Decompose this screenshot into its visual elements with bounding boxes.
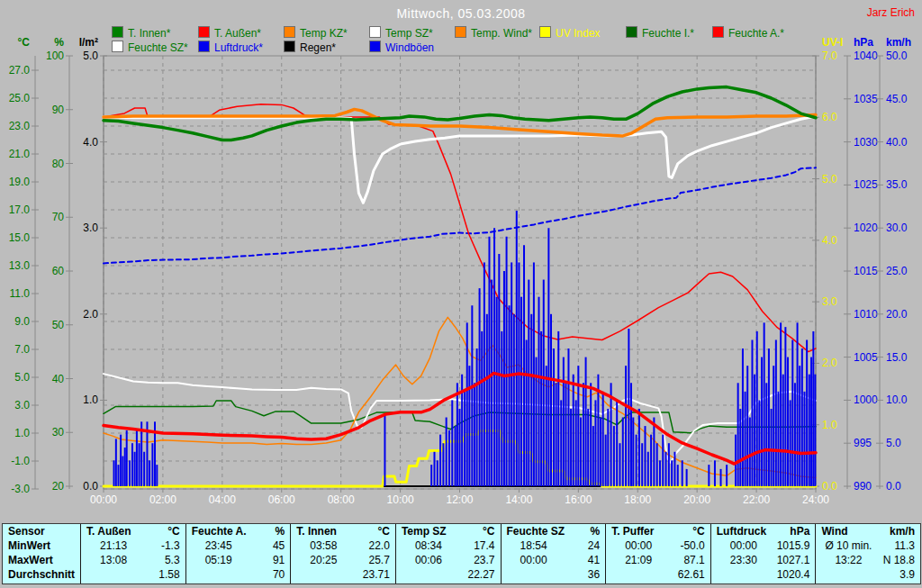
legend-item-temp-wind: Temp. Wind* bbox=[455, 26, 532, 39]
uv-tick-label: 6.0 bbox=[822, 111, 837, 123]
kmh-tick-label: 5.0 bbox=[886, 437, 901, 449]
table-cell-row: Ø 10 min.11.3 bbox=[816, 538, 920, 553]
table-cell-row: 00:0623.7 bbox=[396, 553, 501, 567]
legend-swatch-icon bbox=[539, 26, 551, 38]
hpa-tick-label: 1015 bbox=[854, 265, 878, 277]
pct-axis-unit: % bbox=[54, 36, 64, 49]
lm2-axis-unit: l/m² bbox=[79, 36, 98, 49]
hpa-tick-label: 1030 bbox=[854, 136, 878, 149]
table-cell-row: 1020.4 bbox=[711, 567, 816, 582]
legend-item-feuchte-sz: Feuchte SZ* bbox=[112, 41, 188, 53]
hpa-axis-unit: hPa bbox=[854, 36, 873, 49]
hpa-tick-label: 1000 bbox=[854, 394, 878, 406]
kmh-tick-label: 25.0 bbox=[886, 265, 908, 277]
legend-item-feuchte-a: Feuchte A.* bbox=[712, 26, 784, 39]
table-cell-row: 00:0041 bbox=[502, 553, 606, 567]
time-tick-label: 06:00 bbox=[268, 493, 295, 506]
hpa-tick-label: 1010 bbox=[854, 308, 878, 321]
hpa-tick-label: 1025 bbox=[854, 178, 878, 191]
table-sensor-column-t-au-en: T. Außen°C21:13-1.313:085.31.58 bbox=[80, 524, 185, 583]
kmh-tick-label: 30.0 bbox=[886, 222, 908, 234]
hpa-tick-label: 1005 bbox=[854, 351, 878, 364]
time-tick-label: 10:00 bbox=[387, 493, 414, 506]
table-cell-row: 1.58 bbox=[81, 567, 185, 582]
stats-table: SensorMinWertMaxWertDurchschnittT. Außen… bbox=[2, 523, 921, 584]
c-tick-label: 7.0 bbox=[14, 343, 30, 356]
table-cell-row: T. Puffer°C bbox=[606, 524, 710, 538]
hpa-tick-label: 1040 bbox=[854, 50, 878, 62]
kmh-tick-label: 20.0 bbox=[886, 308, 908, 321]
time-tick-label: 14:00 bbox=[505, 493, 532, 506]
c-tick-label: 23.0 bbox=[9, 120, 31, 132]
lm2-tick-label: 4.0 bbox=[83, 136, 98, 149]
c-tick-label: 13.0 bbox=[9, 259, 31, 272]
table-cell-row: 00:001015.9 bbox=[711, 538, 816, 553]
legend-item-luftdruck: Luftdruck* bbox=[198, 41, 263, 53]
legend-label: Feuchte A.* bbox=[728, 27, 784, 40]
lm2-tick-label: 5.0 bbox=[83, 50, 98, 62]
pct-tick-label: 60 bbox=[52, 265, 65, 277]
weather-chart-canvas[interactable]: -3.0-1.01.03.05.07.09.011.013.015.017.01… bbox=[0, 0, 922, 588]
legend-swatch-icon bbox=[712, 26, 724, 38]
hpa-tick-label: 1020 bbox=[854, 222, 878, 234]
legend-label: Temp SZ* bbox=[385, 27, 433, 40]
c-tick-label: 25.0 bbox=[9, 92, 31, 104]
legend-label: Feuchte I.* bbox=[642, 27, 694, 40]
table-cell-row: 23:301027.1 bbox=[711, 553, 816, 567]
c-tick-label: 1.0 bbox=[14, 427, 30, 439]
kmh-tick-label: 10.0 bbox=[886, 394, 908, 406]
legend-item-temp-sz: Temp SZ* bbox=[369, 26, 433, 39]
uv-axis-unit: UV-I bbox=[822, 36, 843, 49]
table-cell-row: 05:1991 bbox=[186, 553, 291, 567]
legend-item-temp-kz: Temp KZ* bbox=[284, 26, 348, 39]
legend-swatch-icon bbox=[198, 41, 210, 52]
time-tick-label: 22:00 bbox=[743, 493, 770, 506]
table-cell-row: Feuchte SZ% bbox=[502, 524, 606, 538]
table-cell-row: 13:22N 18.8 bbox=[816, 553, 920, 567]
legend-swatch-icon bbox=[284, 26, 295, 38]
legend-item-t-innen: T. Innen* bbox=[112, 26, 170, 39]
uv-tick-label: 0.0 bbox=[822, 480, 837, 493]
table-cell-row: 70 bbox=[186, 567, 291, 582]
c-tick-label: 19.0 bbox=[9, 176, 31, 188]
legend-label: T. Innen* bbox=[128, 27, 170, 40]
table-sensor-column-temp-sz: Temp SZ°C08:3417.400:0623.722.27 bbox=[395, 524, 501, 583]
legend-swatch-icon bbox=[112, 26, 123, 38]
legend-swatch-icon bbox=[369, 41, 381, 52]
table-cell-row: 03:5822.0 bbox=[291, 538, 395, 553]
kmh-tick-label: 50.0 bbox=[886, 50, 908, 62]
c-tick-label: 9.0 bbox=[14, 315, 30, 328]
legend-item-feuchte-i: Feuchte I.* bbox=[626, 26, 694, 39]
legend-item-windb-en: Windböen bbox=[369, 41, 434, 53]
legend-swatch-icon bbox=[626, 26, 637, 38]
table-cell-row: LuftdruckhPa bbox=[711, 524, 816, 538]
time-tick-label: 16:00 bbox=[565, 493, 592, 506]
c-tick-label: 17.0 bbox=[9, 204, 31, 216]
table-cell-row: 13:085.3 bbox=[81, 553, 185, 567]
table-row-labels: SensorMinWertMaxWertDurchschnitt bbox=[3, 524, 80, 583]
table-cell-row: Temp SZ°C bbox=[396, 524, 501, 538]
c-tick-label: 15.0 bbox=[9, 231, 31, 244]
uv-tick-label: 2.0 bbox=[822, 357, 837, 369]
time-tick-label: 20:00 bbox=[683, 493, 710, 506]
table-cell-row: 21:13-1.3 bbox=[81, 538, 185, 553]
time-tick-label: 00:00 bbox=[90, 493, 117, 506]
lm2-tick-label: 1.0 bbox=[83, 394, 98, 406]
table-cell-row: T. Innen°C bbox=[291, 524, 395, 538]
legend-swatch-icon bbox=[198, 26, 210, 38]
kmh-tick-label: 0.0 bbox=[886, 480, 901, 493]
table-row-label: Durchschnitt bbox=[3, 567, 80, 582]
c-tick-label: 11.0 bbox=[10, 287, 31, 300]
legend-swatch-icon bbox=[112, 41, 123, 52]
legend-swatch-icon bbox=[369, 26, 381, 38]
legend-label: Regen* bbox=[300, 41, 336, 54]
kmh-tick-label: 35.0 bbox=[886, 178, 908, 191]
pct-tick-label: 90 bbox=[52, 104, 65, 116]
hpa-tick-label: 1035 bbox=[854, 93, 878, 105]
legend-label: Luftdruck* bbox=[214, 41, 263, 54]
kmh-tick-label: 40.0 bbox=[886, 136, 908, 149]
table-cell-row: 23:4545 bbox=[186, 538, 291, 553]
c-tick-label: 5.0 bbox=[14, 371, 30, 384]
legend-label: T. Außen* bbox=[214, 27, 261, 40]
hpa-tick-label: 995 bbox=[854, 437, 872, 449]
